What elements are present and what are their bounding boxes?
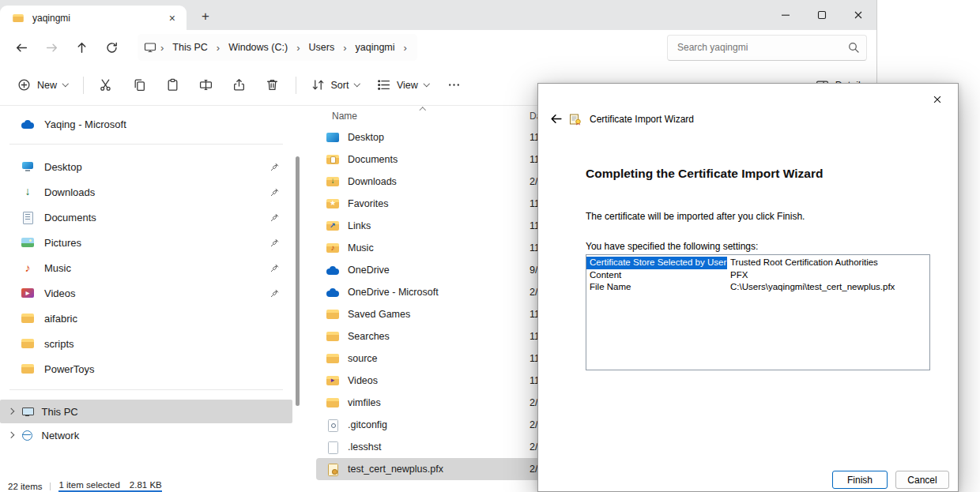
new-tab-button[interactable]: + xyxy=(194,6,217,28)
sidebar-tree-item[interactable]: Network xyxy=(0,423,292,447)
folder-icon xyxy=(21,312,35,325)
breadcrumb-separator: › xyxy=(339,42,350,54)
settings-list[interactable]: Certificate Store Selected by User Trust… xyxy=(586,254,930,370)
sidebar-pinned-item[interactable]: Downloads xyxy=(0,179,292,205)
pictures-icon xyxy=(21,236,35,249)
paste-button[interactable] xyxy=(157,71,189,100)
folder-downloads-icon xyxy=(326,175,340,188)
sort-button-label: Sort xyxy=(331,80,349,91)
file-name: Desktop xyxy=(348,132,384,143)
documents-icon xyxy=(21,211,35,223)
network-icon xyxy=(21,429,35,441)
file-date: 9/ xyxy=(530,265,537,276)
up-button[interactable] xyxy=(70,36,93,59)
sidebar-item-label: Videos xyxy=(44,287,76,299)
certificate-wizard-icon xyxy=(569,113,582,126)
file-icon xyxy=(326,441,340,453)
chevron-right-icon[interactable] xyxy=(8,408,14,415)
share-button[interactable] xyxy=(224,71,255,100)
breadcrumb-item[interactable]: Users xyxy=(304,39,340,56)
sidebar-item-label: This PC xyxy=(42,406,78,418)
sidebar-item-label: scripts xyxy=(44,338,74,350)
chevron-down-icon xyxy=(354,81,360,87)
refresh-button[interactable] xyxy=(100,36,123,59)
window-controls xyxy=(767,0,876,29)
sidebar-pinned-item[interactable]: Videos xyxy=(0,280,292,306)
certificate-import-wizard-dialog: Certificate Import Wizard Completing the… xyxy=(537,83,959,492)
downloads-icon xyxy=(21,186,35,198)
maximize-button[interactable] xyxy=(804,0,840,29)
view-button[interactable]: View xyxy=(369,71,436,100)
search-input[interactable] xyxy=(667,35,867,61)
back-button[interactable] xyxy=(9,36,33,59)
folder-icon xyxy=(21,362,35,375)
sidebar-pinned-item[interactable]: Documents xyxy=(0,205,292,230)
setting-row[interactable]: Certificate Store Selected by User Trust… xyxy=(586,257,929,269)
pin-icon xyxy=(270,238,280,248)
rename-button[interactable] xyxy=(190,71,222,100)
this-pc-icon xyxy=(21,405,35,418)
dialog-close-button[interactable] xyxy=(921,88,954,111)
setting-key: Content xyxy=(586,269,727,282)
breadcrumb-item[interactable]: Windows (C:) xyxy=(224,39,292,56)
file-date: 2/ xyxy=(530,397,537,408)
sidebar-folder-item[interactable]: aifabric xyxy=(0,306,292,331)
new-button-label: New xyxy=(37,80,57,91)
sidebar-scrollbar[interactable] xyxy=(296,156,300,406)
name-column-header[interactable]: Name xyxy=(332,111,357,122)
wizard-back-button[interactable] xyxy=(549,112,563,126)
sort-button[interactable]: Sort xyxy=(303,71,368,100)
sidebar-tree-item[interactable]: This PC xyxy=(0,400,292,423)
tab-close-icon[interactable]: × xyxy=(164,12,180,24)
copy-button[interactable] xyxy=(124,71,156,100)
sidebar-folder-item[interactable]: PowerToys xyxy=(0,356,292,381)
rename-icon xyxy=(199,78,213,92)
wizard-description: The certificate will be imported after y… xyxy=(586,211,805,222)
close-button[interactable] xyxy=(840,0,876,29)
cloud-icon xyxy=(326,264,340,276)
file-name: Favorites xyxy=(348,198,388,209)
sidebar-pinned-item[interactable]: Music xyxy=(0,255,292,280)
breadcrumb-item[interactable]: This PC xyxy=(168,39,212,56)
folder-icon xyxy=(326,352,340,365)
new-button[interactable]: New xyxy=(9,71,76,100)
trash-icon xyxy=(266,78,279,92)
onedrive-account-label: Yaqing - Microsoft xyxy=(44,118,126,130)
breadcrumb-separator: › xyxy=(292,42,303,54)
selection-size: 2.81 KB xyxy=(130,480,162,490)
file-name: Saved Games xyxy=(348,309,410,320)
file-date: 2/ xyxy=(530,176,537,187)
finish-button[interactable]: Finish xyxy=(832,471,888,489)
breadcrumb: › This PC › Windows (C:) › Users xyxy=(138,34,417,61)
sidebar-pinned-item[interactable]: Desktop xyxy=(0,154,292,179)
file-date: 2/ xyxy=(530,287,537,298)
folder-icon xyxy=(21,337,35,350)
explorer-tab[interactable]: yaqingmi × xyxy=(0,6,187,30)
cancel-button[interactable]: Cancel xyxy=(895,471,949,489)
cut-button[interactable] xyxy=(91,71,122,100)
minimize-button[interactable] xyxy=(767,0,804,29)
more-options-button[interactable] xyxy=(438,71,469,100)
breadcrumb-item[interactable]: yaqingmi xyxy=(351,39,400,56)
folder-saved-games-icon xyxy=(326,308,340,321)
sort-icon xyxy=(311,78,325,92)
file-name: OneDrive xyxy=(348,265,390,276)
setting-row[interactable]: File Name C:\Users\yaqingmi\test_cert_ne… xyxy=(586,281,929,294)
delete-button[interactable] xyxy=(257,71,288,100)
selection-info: 1 item selected 2.81 KB xyxy=(58,480,161,492)
forward-button[interactable] xyxy=(40,36,63,59)
navigation-bar: › This PC › Windows (C:) › Users xyxy=(0,30,876,65)
cloud-icon xyxy=(326,286,340,299)
onedrive-account-item[interactable]: Yaqing - Microsoft xyxy=(0,112,292,136)
dialog-header: Certificate Import Wizard xyxy=(549,112,694,126)
music-icon xyxy=(21,261,35,274)
share-icon xyxy=(232,78,246,92)
sidebar-folder-item[interactable]: scripts xyxy=(0,331,292,356)
setting-row[interactable]: Content PFX xyxy=(586,269,929,282)
clipboard-icon xyxy=(166,78,179,92)
file-date: 2/ xyxy=(530,441,537,453)
folder-icon xyxy=(326,396,340,409)
chevron-right-icon[interactable] xyxy=(8,432,14,438)
file-name: .lesshst xyxy=(348,441,381,453)
sidebar-pinned-item[interactable]: Pictures xyxy=(0,230,292,255)
